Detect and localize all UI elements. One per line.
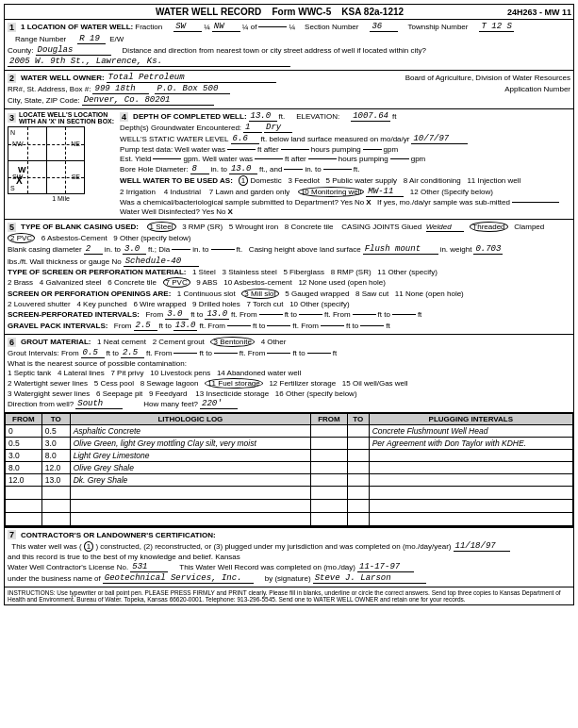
section-6-grout: 6 GROUT MATERIAL: 1 Neat cement 2 Cement… xyxy=(5,335,573,413)
completed-date: 11/18/97 xyxy=(454,541,510,552)
litho-to-2: 3.0 xyxy=(41,438,70,450)
city-val: Denver, Co. 80201 xyxy=(82,95,214,106)
plug-desc-6 xyxy=(369,487,572,500)
plug-to-3 xyxy=(347,450,369,462)
grout-to2 xyxy=(214,353,238,354)
screen-from3 xyxy=(353,314,376,315)
gravel-to3 xyxy=(360,325,384,326)
litho-from-7 xyxy=(6,500,42,513)
above-val: Flush mount xyxy=(363,244,438,255)
litho-to-4: 12.0 xyxy=(41,462,70,474)
col-from: FROM xyxy=(6,414,42,425)
plug-from-6 xyxy=(311,487,348,500)
litho-to-1: 0.5 xyxy=(41,425,70,438)
bore-to2 xyxy=(323,169,352,170)
gravel-from: 2.5 xyxy=(134,321,157,331)
bore-to: 13.0 xyxy=(229,164,257,174)
litho-row-8 xyxy=(6,513,573,526)
form-main-title: WATER WELL RECORD xyxy=(156,7,261,17)
litho-from-8 xyxy=(6,513,42,526)
grout-from3 xyxy=(267,353,290,354)
license-val: 531 xyxy=(130,562,168,572)
litho-log-3: Light Grey Limestone xyxy=(70,450,310,462)
screen-to: 13.0 xyxy=(205,309,229,320)
fraction-val: SW xyxy=(173,22,202,32)
litho-to-3: 8.0 xyxy=(41,450,70,462)
plug-desc-2: Per Agreement with Don Taylor with KDHE. xyxy=(369,438,572,450)
col-pfrom: FROM xyxy=(311,414,348,425)
range-val: R 19 xyxy=(77,34,106,44)
litho-from-3: 3.0 xyxy=(6,450,42,462)
lithologic-table: FROM TO LITHOLOGIC LOG FROM TO PLUGGING … xyxy=(5,413,573,526)
plug-from-3 xyxy=(311,450,348,462)
est-hours xyxy=(308,158,337,159)
form-title-row: WATER WELL RECORD Form WWC-5 KSA 82a-121… xyxy=(5,5,573,20)
gravel-to2 xyxy=(267,325,290,326)
screen-from2 xyxy=(259,314,283,315)
litho-log-1: Asphaltic Concrete xyxy=(70,425,310,438)
county-val: Douglas xyxy=(36,45,111,56)
form-title: WATER WELL RECORD Form WWC-5 KSA 82a-121… xyxy=(120,7,439,17)
monitoring-id: MW-11 xyxy=(366,187,404,197)
groundwater-unit: Dry xyxy=(264,123,292,133)
litho-row-5: 12.0 13.0 Dk. Grey Shale xyxy=(6,474,573,487)
litho-log-8 xyxy=(70,513,310,526)
hours-pumping xyxy=(281,149,309,150)
township-val: T 12 S xyxy=(479,22,513,32)
col-log: LITHOLOGIC LOG xyxy=(70,414,310,425)
col-pto: TO xyxy=(347,414,369,425)
est-gpm xyxy=(390,158,409,159)
signature-val: Steve J. Larson xyxy=(313,573,426,584)
plug-to-5 xyxy=(347,474,369,487)
gravel-from2 xyxy=(227,325,251,326)
lithologic-log-section: FROM TO LITHOLOGIC LOG FROM TO PLUGGING … xyxy=(5,413,573,527)
static-val: 6.6 xyxy=(231,134,259,144)
sw-quarter: NW xyxy=(212,22,240,32)
plug-desc-8 xyxy=(369,513,572,526)
litho-row-3: 3.0 8.0 Light Grey Limestone xyxy=(6,450,573,462)
litho-to-5: 13.0 xyxy=(41,474,70,487)
address-val: 2005 W. 9th St., Lawrence, Ks. xyxy=(8,57,290,67)
col-plug: PLUGGING INTERVALS xyxy=(369,414,572,425)
plug-to-4 xyxy=(347,462,369,474)
litho-row-7 xyxy=(6,500,573,513)
litho-row-2: 0.5 3.0 Olive Green, light Grey mottling… xyxy=(6,438,573,450)
section-5-casing: 5 TYPE OF BLANK CASING USED: 1 Steel 3 R… xyxy=(5,220,573,335)
litho-from-1: 0 xyxy=(6,425,42,438)
plug-to-1 xyxy=(347,425,369,438)
form-instructions: INSTRUCTIONS: Use typewriter or ball poi… xyxy=(5,587,573,604)
plug-from-1 xyxy=(311,425,348,438)
rr-val: 999 18th xyxy=(92,84,149,94)
plug-desc-5 xyxy=(369,474,572,487)
owner-val: Total Petroleum xyxy=(107,73,276,83)
plug-from-4 xyxy=(311,462,348,474)
plug-desc-7 xyxy=(369,500,572,513)
nw-quarter xyxy=(258,26,287,27)
section-2-owner: 2 WATER WELL OWNER: Total Petroleum Boar… xyxy=(5,71,573,109)
litho-to-8 xyxy=(41,513,70,526)
feet-val: 220' xyxy=(200,399,238,409)
est-yield xyxy=(153,158,181,159)
gravel-from3 xyxy=(321,325,344,326)
litho-log-4: Olive Grey Shale xyxy=(70,462,310,474)
plug-from-7 xyxy=(311,500,348,513)
static-date: 10/7/97 xyxy=(411,134,468,144)
blank-dia2 xyxy=(172,249,190,250)
po-val: P.O. Box 500 xyxy=(155,84,230,94)
litho-row-4: 8.0 12.0 Olive Grey Shale xyxy=(6,462,573,474)
submitted-date xyxy=(512,202,559,203)
plug-to-2 xyxy=(347,438,369,450)
form-ksa: KSA 82a-1212 xyxy=(341,7,404,17)
elevation-val: 1007.64 xyxy=(351,111,390,122)
bore-val: 8 xyxy=(190,164,209,174)
plug-to-7 xyxy=(347,500,369,513)
litho-log-5: Dk. Grey Shale xyxy=(70,474,310,487)
grout-to3 xyxy=(307,353,331,354)
blank-to2 xyxy=(211,249,235,250)
screen-from: 3.0 xyxy=(165,309,189,320)
direction-val: South xyxy=(75,399,123,409)
plug-to-8 xyxy=(347,513,369,526)
litho-from-4: 8.0 xyxy=(6,462,42,474)
litho-log-6 xyxy=(70,487,310,500)
blank-dia: 2 xyxy=(84,244,103,255)
